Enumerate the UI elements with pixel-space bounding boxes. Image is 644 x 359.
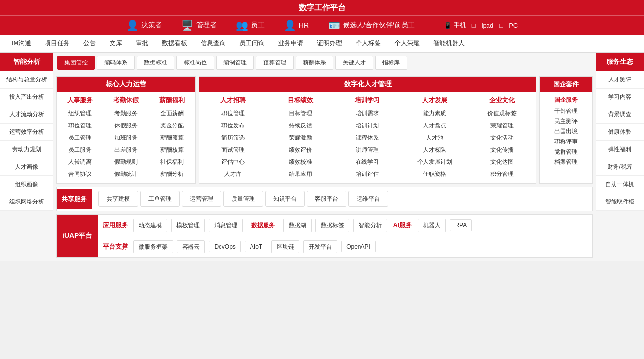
iuap-app-item-1[interactable]: 模板管理: [171, 219, 205, 232]
item-mianshibguanli[interactable]: 面试管理: [203, 145, 263, 155]
shared-tab-2[interactable]: 运营管理: [182, 191, 221, 207]
sidebar-item-4[interactable]: 劳动力规划: [0, 141, 53, 158]
shared-tab-1[interactable]: 工单管理: [140, 191, 180, 207]
right-item-0[interactable]: 人才测评: [596, 71, 644, 89]
item-jiangjinfenpei[interactable]: 奖金分配: [153, 121, 191, 131]
item-peixunxuqiu[interactable]: 培训需求: [338, 109, 398, 119]
guoqi-item-2[interactable]: 出国出境: [544, 127, 588, 136]
sidebar-item-6[interactable]: 组织画像: [0, 176, 53, 193]
nav-robot[interactable]: 智能机器人: [426, 35, 471, 52]
nav-certificate[interactable]: 证明办理: [310, 35, 349, 52]
guoqi-item-4[interactable]: 党群管理: [544, 148, 588, 156]
right-item-2[interactable]: 背景调查: [596, 106, 644, 124]
item-hetongxieyi[interactable]: 合同协议: [61, 169, 99, 179]
guoqi-item-5[interactable]: 档案管理: [544, 158, 588, 166]
item-xiujia[interactable]: 休假服务: [107, 121, 145, 131]
shared-tab-3[interactable]: 质量管理: [223, 191, 263, 207]
tab-bianzhiguanli[interactable]: 编制管理: [216, 56, 254, 70]
item-wenhuadatu[interactable]: 文化达图: [472, 157, 532, 167]
iuap-platform-item-1[interactable]: 容器云: [177, 240, 205, 253]
item-rongyaoguanli[interactable]: 荣耀管理: [472, 121, 532, 131]
item-rencaiti[interactable]: 人才梯队: [405, 145, 465, 155]
item-kaoqinfuwu[interactable]: 考勤服务: [107, 109, 145, 119]
iuap-app-item-0[interactable]: 动态建模: [133, 219, 167, 232]
nav-personal-tag[interactable]: 个人标签: [349, 35, 388, 52]
right-item-7[interactable]: 智能取件柜: [596, 193, 644, 211]
item-chixufankui[interactable]: 持续反馈: [270, 121, 330, 131]
item-jieguo[interactable]: 结果应用: [270, 169, 330, 179]
item-jianlifilterd[interactable]: 简历筛选: [203, 133, 263, 143]
nav-dashboard[interactable]: 数据看板: [155, 35, 194, 52]
iuap-platform-item-6[interactable]: OpenAPI: [341, 241, 376, 252]
right-item-5[interactable]: 财务/税筹: [596, 158, 644, 176]
nav-business[interactable]: 业务申请: [271, 35, 310, 52]
nav-im[interactable]: IM沟通: [5, 35, 38, 52]
right-item-1[interactable]: 学习内容: [596, 89, 644, 106]
iuap-platform-item-5[interactable]: 开发平台: [303, 240, 337, 253]
iuap-app-item-4[interactable]: 数据湖: [283, 219, 312, 232]
item-yuangongfuwu[interactable]: 员工服务: [61, 145, 99, 155]
sidebar-item-3[interactable]: 运营效率分析: [0, 124, 53, 141]
role-candidate[interactable]: 🪪 候选人/合作伙伴/前员工: [328, 19, 415, 31]
iuap-platform-item-2[interactable]: DevOps: [209, 241, 240, 252]
iuap-app-item-2[interactable]: 消息管理: [209, 219, 243, 232]
item-nenglisuzhi[interactable]: 能力素质: [405, 109, 465, 119]
sidebar-item-5[interactable]: 人才画像: [0, 158, 53, 176]
item-wenhuahuodong[interactable]: 文化活动: [472, 133, 532, 143]
sidebar-item-1[interactable]: 投入产出分析: [0, 89, 53, 106]
shared-tab-4[interactable]: 知识平台: [265, 191, 305, 207]
nav-info[interactable]: 信息查询: [194, 35, 233, 52]
nav-library[interactable]: 文库: [103, 35, 129, 52]
item-wenhuachuanbo[interactable]: 文化传播: [472, 145, 532, 155]
guoqi-item-0[interactable]: 干部管理: [544, 107, 588, 115]
tab-xinchou[interactable]: 薪酬体系: [296, 56, 333, 70]
tab-yusuan[interactable]: 预算管理: [256, 56, 294, 70]
role-guanlizhe[interactable]: 🖥️ 管理者: [181, 19, 217, 31]
item-jixiaojiazhun[interactable]: 绩效校准: [270, 157, 330, 167]
iuap-app-item-5[interactable]: 数据标签: [315, 219, 349, 232]
iuap-platform-item-4[interactable]: 区块链: [271, 240, 299, 253]
item-shebaofuli[interactable]: 社保福利: [153, 157, 191, 167]
right-item-4[interactable]: 弹性福利: [596, 141, 644, 158]
item-jixiaopingjia[interactable]: 绩效评价: [270, 145, 330, 155]
iuap-platform-item-3[interactable]: AIoT: [245, 241, 267, 252]
role-hr[interactable]: 👤 HR: [284, 19, 309, 31]
item-rencaiku[interactable]: 人才库: [203, 169, 263, 179]
item-jiaqinguize[interactable]: 假勤规则: [107, 157, 145, 167]
item-yuangongguanli[interactable]: 员工管理: [61, 133, 99, 143]
guoqi-item-1[interactable]: 民主测评: [544, 117, 588, 125]
device-mobile[interactable]: 📱 手机: [444, 21, 466, 30]
iuap-app-item-6[interactable]: 智能分析: [353, 219, 387, 232]
guoqi-item-3[interactable]: 职称评审: [544, 138, 588, 146]
item-pingguzhongxin[interactable]: 评估中心: [203, 157, 263, 167]
nav-personal-honor[interactable]: 个人荣耀: [388, 35, 426, 52]
item-quanmianxinchou[interactable]: 全面薪酬: [153, 109, 191, 119]
iuap-app-item-8[interactable]: 机器人: [418, 219, 446, 232]
item-rongyaojili[interactable]: 荣耀激励: [270, 133, 330, 143]
tab-zhibiaoku[interactable]: 指标库: [375, 56, 407, 70]
right-item-6[interactable]: 自助一体机: [596, 176, 644, 193]
item-xinchouyusuan[interactable]: 薪酬预算: [153, 133, 191, 143]
item-zhiwei-recruit[interactable]: 职位管理: [203, 109, 263, 119]
item-zhiweifabu[interactable]: 职位发布: [203, 121, 263, 131]
item-renzhuandiaoli[interactable]: 人转调离: [61, 157, 99, 167]
item-gerenjihua[interactable]: 个人发展计划: [405, 157, 465, 167]
role-yuangong[interactable]: 👥 员工: [236, 19, 265, 31]
item-jiaban[interactable]: 加班服务: [107, 133, 145, 143]
item-jiazhibiaoquan[interactable]: 价值观标签: [472, 109, 532, 119]
tab-shujubiaozhun[interactable]: 数据标准: [137, 56, 174, 70]
item-mubiaoquanli[interactable]: 目标管理: [270, 109, 330, 119]
item-rencaipandian[interactable]: 人才盘点: [405, 121, 465, 131]
tab-guanjiancai[interactable]: 关键人才: [335, 56, 373, 70]
tab-jituanguankong[interactable]: 集团管控: [57, 56, 95, 70]
tab-biamati[interactable]: 编码体系: [97, 56, 135, 70]
item-rencaichi[interactable]: 人才池: [405, 133, 465, 143]
item-chuchai[interactable]: 出差服务: [107, 145, 145, 155]
role-juecelzhe[interactable]: 👤 决策者: [126, 19, 162, 31]
iuap-app-item-9[interactable]: RPA: [450, 219, 472, 231]
item-kechengtixi[interactable]: 课程体系: [338, 133, 398, 143]
nav-employee-query[interactable]: 员工问询: [233, 35, 271, 52]
item-xinchousuanfa[interactable]: 薪酬核算: [153, 145, 191, 155]
item-jiangshibguanli[interactable]: 讲师管理: [338, 145, 398, 155]
iuap-app-item-3[interactable]: 数据服务: [247, 219, 280, 232]
